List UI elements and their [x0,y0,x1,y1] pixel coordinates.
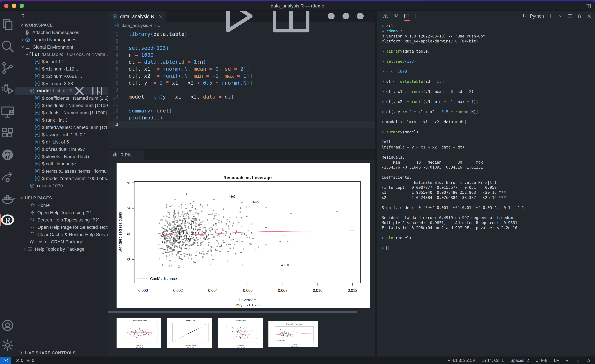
output-panel-icon[interactable] [414,13,420,19]
scrollbar-thumb[interactable] [108,311,357,313]
tree-item[interactable]: Global Environment [15,43,108,51]
plot-thumbnail-scale-location[interactable]: Scale-LocationFitted valueslm(y ~ x1 + x… [218,318,263,348]
status-item[interactable]: Spaces: 2 [510,358,529,363]
plot-thumbnail-residuals-vs-leverage[interactable]: Residuals vs LeverageCook's distanceLeve… [269,321,318,347]
tree-item[interactable]: $ fitted.values: Named num [1:10... [15,124,108,131]
code-line-7[interactable]: 7dt[, x2 := runif(.N, min = -1, max = 1)… [108,72,375,79]
more-actions-icon[interactable] [366,152,371,158]
tree-item[interactable]: $ terms :Classes 'terms', 'formul... [15,168,108,175]
code-line-4[interactable]: 4n ← 1000 [108,51,375,58]
code-line-2[interactable]: 2 [108,37,375,44]
activity-bar-run-debug-icon[interactable] [0,79,15,101]
activity-bar-settings-icon[interactable] [0,335,15,355]
help-item[interactable]: Clear Cache & Restart Help Server [15,231,108,238]
breadcrumb-file[interactable]: data_analysis.R [122,23,152,28]
breadcrumb-more[interactable]: ... [158,23,162,28]
tree-item[interactable]: $ model :'data.frame': 1000 obs. ... [15,175,108,182]
tree-item[interactable]: $ coefficients : Named num [1:3]... [15,95,108,102]
help-item[interactable]: abcOpen Help Page for Selected Text [15,224,108,231]
tree-item[interactable]: $ qr :List of 5 [15,138,108,146]
help-item[interactable]: Install CRAN Package [15,238,108,245]
close-panel-icon[interactable] [586,13,592,19]
open-in-viewer-icon[interactable] [90,87,105,95]
minimize-window-button[interactable] [12,4,16,8]
tree-item-dt[interactable]: [ ]dtdata.table: 1000 obs. of 4 varia... [15,51,108,58]
code-line-6[interactable]: 6dt[, x1 := rnorm(.N, mean = 0, sd = 2)] [108,65,375,72]
activity-bar-extensions-icon[interactable] [0,122,15,144]
problems-indicator[interactable]: 0 0 [15,358,34,363]
debugconsole-panel-icon[interactable] [393,13,399,19]
code-line-5[interactable]: 5dt ← data.table(id = 1:n) [108,58,375,65]
section-help-pages[interactable]: HELP PAGES [15,194,108,202]
close-window-button[interactable] [4,4,8,8]
activity-bar-remote-explorer-icon[interactable] [0,101,15,122]
warning-panel-icon[interactable] [382,13,389,19]
activity-bar-live-share-icon[interactable] [0,166,15,188]
terminal-dropdown-chevron-icon[interactable] [558,13,563,19]
zoom-window-button[interactable] [20,4,24,8]
section-workspace[interactable]: WORKSPACE [15,21,108,29]
tab-data-analysis-r[interactable]: R data_analysis.R [108,11,167,21]
shell-selector[interactable]: Python [523,13,544,19]
help-item[interactable]: Help Topics by Package [15,245,108,253]
status-item[interactable]: Ln 14, Col 1 [482,358,504,363]
close-icon[interactable] [72,87,87,95]
plot-thumbnail-residuals-vs-fitted[interactable]: Residuals vs FittedFitted valueslm(y ~ x… [117,318,161,348]
status-item[interactable]: R [566,358,568,363]
feedback-icon[interactable] [575,358,580,363]
split-terminal-icon[interactable] [567,13,573,19]
terminal-output[interactable]: > q()→ rdemo rR version 4.1.3 (2022-03-1… [377,21,595,357]
tab-r-plot[interactable]: R Plot [108,150,144,160]
help-item[interactable]: Home [15,202,108,209]
help-item[interactable]: Open Help Topic using `?` [15,209,108,216]
code-line-10[interactable]: 10model ← lm(y ~ x1 + x2, data = dt) [108,93,375,100]
activity-bar-explorer-icon[interactable] [0,14,15,35]
code-line-9[interactable]: 9 [108,86,375,93]
notifications-bell-icon[interactable] [586,358,591,363]
code-line-13[interactable]: 13plot(model) [108,114,375,121]
status-item[interactable]: LF [554,358,559,363]
code-line-1[interactable]: 1library(data.table) [108,30,375,37]
tree-item[interactable]: $ x2: num -0.681 ... [15,73,108,80]
tree-item[interactable]: $ y : num -3.33 ... [15,80,108,87]
tree-item[interactable]: Loaded Namespaces [15,36,108,43]
activity-bar-search-icon[interactable] [0,35,15,57]
activity-bar-accounts-icon[interactable] [0,315,15,335]
activity-bar-r-icon[interactable]: R [0,209,15,231]
code-line-8[interactable]: 8dt[, y := 2 * x1 + x2 + 0.5 * rnorm(.N)… [108,79,375,86]
tree-item[interactable]: $ xlevels : Named list() [15,153,108,160]
plot-horizontal-scrollbar[interactable] [108,311,375,313]
tree-item[interactable]: Attached Namespaces [15,29,108,36]
tree-item[interactable]: $ rank : int 3 [15,117,108,124]
tree-item[interactable]: $ residuals : Named num [1:1000... [15,102,108,109]
tree-item[interactable]: $ effects : Named num [1:1000] -... [15,109,108,117]
tree-item-model[interactable]: modelList of 12 [15,87,108,95]
activity-bar-source-control-icon[interactable] [0,57,15,79]
customize-layout-icon[interactable] [585,3,591,9]
activity-bar-github-icon[interactable] [0,144,15,166]
tree-item[interactable]: $ assign : int [1:3] 0 1 ... [15,131,108,138]
code-line-11[interactable]: 11 [108,100,375,107]
code-line-14[interactable]: 14 [108,121,375,128]
close-panel-icon[interactable] [135,153,140,157]
status-item[interactable]: R 4.1.3: 25159 [448,358,475,363]
help-item[interactable]: Search Help Topics using `??` [15,216,108,224]
status-item[interactable]: UTF-8 [536,358,547,363]
breadcrumb[interactable]: R data_analysis.R › ... [108,21,375,29]
close-tab-icon[interactable] [158,14,163,19]
editor-terminal-sash[interactable] [375,11,377,357]
terminal-panel-icon[interactable] [404,13,410,19]
tree-item[interactable]: $ df.residual : int 997 [15,146,108,153]
tree-item[interactable]: $ call : language ... [15,160,108,168]
remote-indicator[interactable]: >< [0,357,11,364]
activity-bar-docker-icon[interactable] [0,188,15,209]
tree-item-n[interactable]: nnum 1000 [15,182,108,189]
plot-thumbnail-normal-q-q[interactable]: Normal Q-QTheoretical Quantileslm(y ~ x1… [167,318,212,348]
more-actions-icon[interactable] [98,13,103,19]
new-terminal-button[interactable] [548,13,553,19]
kill-terminal-icon[interactable] [577,13,582,19]
code-editor[interactable]: 1library(data.table)23set.seed(123)4n ← … [108,29,375,149]
code-line-3[interactable]: 3set.seed(123) [108,44,375,51]
code-line-12[interactable]: 12summary(model) [108,107,375,114]
section-live-share-controls[interactable]: LIVE SHARE CONTROLS [15,349,108,357]
